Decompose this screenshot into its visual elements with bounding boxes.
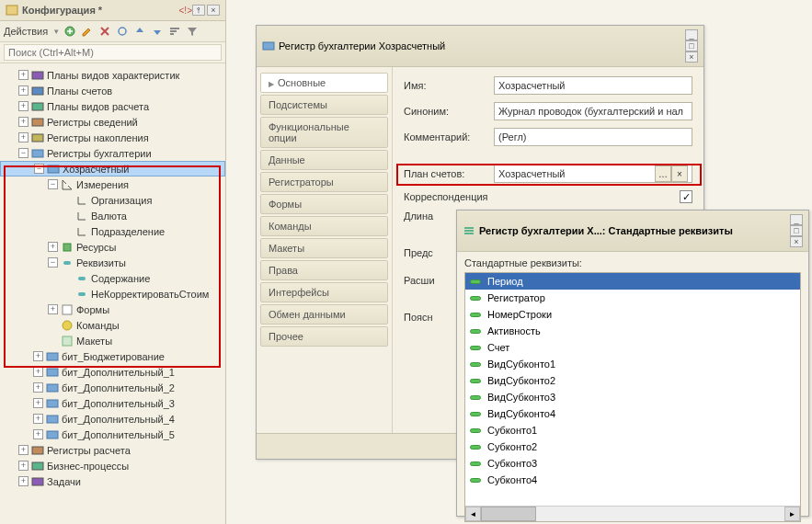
category-Команды[interactable]: Команды [260, 216, 388, 236]
tree-node[interactable]: + Планы видов характеристик [0, 67, 225, 83]
refresh-icon[interactable] [115, 24, 130, 39]
tree-node-hozraschetny[interactable]: − Хозрасчетный [0, 161, 225, 177]
horizontal-scrollbar[interactable]: ◄ ► [465, 506, 800, 521]
tree-node[interactable]: − Реквизиты [0, 255, 225, 270]
tree-node[interactable]: + Ресурсы [0, 239, 225, 255]
tree-node[interactable]: + Формы [0, 302, 225, 317]
category-Данные[interactable]: Данные [260, 150, 388, 170]
close-tree-button[interactable]: × [207, 5, 220, 16]
minimize-button[interactable]: _ [790, 214, 803, 225]
list-item[interactable]: ВидСубконто1 [465, 356, 800, 372]
down-icon[interactable] [150, 24, 165, 39]
expander-icon[interactable]: + [33, 398, 43, 408]
expander-icon[interactable]: − [34, 164, 44, 174]
actions-dropdown-icon[interactable]: ▼ [52, 28, 60, 36]
expander-icon[interactable]: + [33, 429, 43, 439]
tree-node[interactable]: + Регистры сведений [0, 114, 225, 130]
expander-icon[interactable]: − [48, 257, 58, 268]
tree-node[interactable]: + Регистры расчета [0, 442, 225, 458]
category-Функциональные опции[interactable]: Функциональные опции [260, 117, 388, 148]
category-Макеты[interactable]: Макеты [260, 238, 388, 258]
tree-node[interactable]: + бит_Дополнительный_2 [0, 380, 225, 395]
category-Формы[interactable]: Формы [260, 194, 388, 214]
tree-node[interactable]: + бит_Бюджетирование [0, 348, 225, 364]
category-Регистраторы[interactable]: Регистраторы [260, 172, 388, 192]
comment-input[interactable] [494, 128, 692, 146]
tree-node[interactable]: + бит_Дополнительный_3 [0, 395, 225, 411]
list-item[interactable]: Субконто1 [465, 422, 800, 439]
expander-icon[interactable]: − [48, 179, 58, 189]
list-item[interactable]: Субконто2 [465, 439, 800, 455]
list-item[interactable]: Счет [465, 339, 800, 356]
tree-node[interactable]: + Задачи [0, 473, 225, 489]
browse-button[interactable]: … [655, 165, 671, 182]
sort-icon[interactable] [167, 24, 182, 39]
scroll-left-button[interactable]: ◄ [465, 507, 481, 521]
tree-node[interactable]: Валюта [0, 208, 225, 223]
list-item[interactable]: Субконто4 [465, 472, 800, 488]
category-Прочее[interactable]: Прочее [260, 326, 388, 347]
expander-icon[interactable]: + [33, 414, 43, 424]
list-item[interactable]: НомерСтроки [465, 306, 800, 323]
search-input[interactable] [4, 44, 222, 61]
maximize-button[interactable]: □ [790, 225, 803, 236]
close-button[interactable]: × [790, 236, 803, 247]
expander-icon[interactable]: − [18, 148, 29, 158]
list-item[interactable]: Субконто3 [465, 455, 800, 472]
stdattr-list[interactable]: ПериодРегистраторНомерСтрокиАктивностьСч… [464, 272, 801, 522]
tree-node[interactable]: Содержание [0, 270, 225, 286]
expander-icon[interactable]: + [18, 70, 29, 80]
pin-button[interactable]: ⫯ [192, 5, 205, 16]
clear-button[interactable]: × [671, 165, 688, 182]
category-Интерфейсы[interactable]: Интерфейсы [260, 282, 388, 302]
scroll-thumb[interactable] [481, 507, 536, 521]
edit-icon[interactable] [80, 24, 95, 39]
expander-icon[interactable]: + [48, 304, 58, 314]
tree-node[interactable]: Организация [0, 192, 225, 208]
minimize-button[interactable]: _ [685, 29, 698, 40]
expander-icon[interactable]: + [18, 476, 29, 486]
up-icon[interactable] [132, 24, 147, 39]
list-item[interactable]: Регистратор [465, 290, 800, 306]
expander-icon[interactable]: + [18, 461, 29, 471]
tree-node[interactable]: + Бизнес-процессы [0, 458, 225, 473]
category-Права[interactable]: Права [260, 260, 388, 280]
category-Обмен данными[interactable]: Обмен данными [260, 304, 388, 325]
tree-node[interactable]: Подразделение [0, 223, 225, 239]
tree-node[interactable]: НеКорректироватьСтоим [0, 286, 225, 302]
filter-icon[interactable] [185, 24, 200, 39]
tree-node[interactable]: + бит_Дополнительный_1 [0, 364, 225, 380]
expander-icon[interactable]: + [33, 351, 43, 361]
actions-menu[interactable]: Действия [4, 26, 48, 37]
category-Подсистемы[interactable]: Подсистемы [260, 95, 388, 115]
expander-icon[interactable]: + [18, 445, 29, 455]
list-item[interactable]: Активность [465, 323, 800, 339]
list-item[interactable]: ВидСубконто3 [465, 389, 800, 405]
expander-icon[interactable]: + [18, 132, 29, 142]
tree-node[interactable]: − Измерения [0, 177, 225, 192]
expander-icon[interactable]: + [48, 242, 58, 252]
corr-checkbox[interactable]: ✓ [680, 190, 692, 203]
expander-icon[interactable]: + [18, 101, 29, 111]
category-Основные[interactable]: ▶Основные [260, 73, 388, 93]
delete-icon[interactable] [97, 24, 112, 39]
tree-node[interactable]: Макеты [0, 333, 225, 348]
tree-node[interactable]: + Планы видов расчета [0, 98, 225, 114]
list-item[interactable]: ВидСубконто2 [465, 372, 800, 389]
expander-icon[interactable]: + [18, 85, 29, 96]
plan-combo[interactable]: Хозрасчетный … × [494, 165, 692, 183]
expander-icon[interactable]: + [33, 382, 43, 393]
expander-icon[interactable]: + [33, 367, 43, 377]
tree-node[interactable]: + Регистры накопления [0, 130, 225, 145]
expander-icon[interactable]: + [18, 117, 29, 127]
tree-node[interactable]: + Планы счетов [0, 83, 225, 98]
maximize-button[interactable]: □ [685, 40, 698, 51]
list-item[interactable]: Период [465, 273, 800, 290]
tree-node-accounting-registers[interactable]: − Регистры бухгалтерии [0, 145, 225, 161]
synonym-input[interactable] [494, 102, 692, 120]
add-icon[interactable] [63, 24, 77, 39]
tree-node[interactable]: Команды [0, 317, 225, 333]
tree-node[interactable]: + бит_Дополнительный_4 [0, 411, 225, 427]
name-input[interactable] [494, 76, 692, 95]
scroll-right-button[interactable]: ► [784, 507, 800, 521]
